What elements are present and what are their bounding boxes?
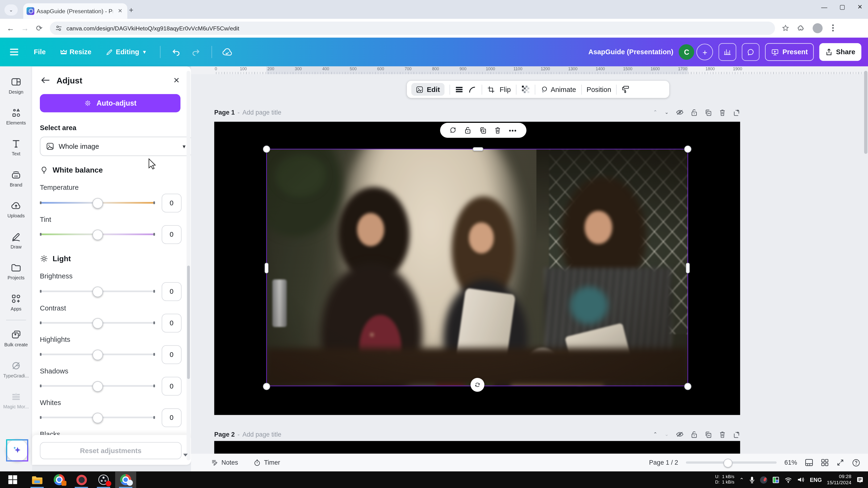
insights-button[interactable] [719, 43, 736, 61]
page2-add-page-icon[interactable] [733, 431, 740, 438]
document-title[interactable]: AsapGuide (Presentation) [588, 48, 673, 56]
shadows-value[interactable]: 0 [161, 377, 181, 396]
zoom-slider-handle[interactable] [723, 459, 733, 468]
page2-delete-icon[interactable] [719, 431, 726, 438]
transparency-icon[interactable] [521, 85, 530, 93]
grid-view-icon[interactable] [805, 459, 813, 466]
shadows-slider-handle[interactable] [92, 381, 103, 392]
brightness-value[interactable]: 0 [161, 282, 181, 301]
page2-move-up-icon[interactable]: ⌃ [653, 432, 657, 437]
tray-color-app-icon[interactable] [772, 476, 780, 484]
start-button[interactable] [2, 471, 23, 488]
panel-back-button[interactable] [41, 76, 50, 84]
selection-handle-top[interactable] [473, 147, 483, 151]
crop-icon[interactable] [487, 86, 495, 93]
more-options-icon[interactable]: ••• [509, 127, 517, 134]
tint-slider-handle[interactable] [92, 230, 103, 240]
corner-rounding-icon[interactable] [468, 86, 476, 93]
back-button[interactable]: ← [3, 24, 18, 33]
panel-close-button[interactable]: ✕ [173, 76, 180, 85]
select-area-dropdown[interactable]: Whole image ▼ [40, 137, 193, 156]
notification-center-icon[interactable] [857, 476, 864, 484]
microphone-icon[interactable] [749, 476, 755, 484]
home-menu-icon[interactable] [10, 49, 18, 55]
shadows-slider[interactable] [40, 385, 155, 387]
whites-value[interactable]: 0 [161, 408, 181, 427]
selection-handle-bottom-right[interactable] [684, 383, 691, 390]
sidebar-item-uploads[interactable]: Uploads [0, 194, 32, 224]
temperature-value[interactable]: 0 [161, 194, 181, 213]
page2-title-input[interactable]: Add page title [243, 431, 281, 437]
extensions-icon[interactable] [797, 24, 805, 32]
user-avatar[interactable]: C [679, 44, 694, 60]
sidebar-item-magic-morph[interactable]: Magic Mor... [0, 385, 32, 415]
page1-move-down-icon[interactable]: ⌄ [664, 110, 669, 115]
new-tab-button[interactable]: + [126, 5, 136, 15]
contrast-value[interactable]: 0 [161, 314, 181, 333]
rotate-handle[interactable] [470, 378, 485, 392]
page1-title-input[interactable]: Add page title [243, 109, 281, 116]
sidebar-item-brand[interactable]: co Brand [0, 163, 32, 194]
browser-tab[interactable]: AsapGuide (Presentation) - Pre ✕ [23, 3, 127, 19]
invite-members-button[interactable]: + [696, 44, 713, 60]
brightness-slider-handle[interactable] [92, 287, 103, 297]
fullscreen-icon[interactable] [836, 459, 844, 466]
page2-lock-icon[interactable] [691, 431, 698, 438]
lock-icon[interactable] [465, 127, 471, 134]
page1-lock-icon[interactable] [691, 109, 698, 116]
browser-menu-icon[interactable]: ••• [830, 24, 837, 32]
browser-profile-avatar[interactable] [813, 23, 823, 33]
notes-button[interactable]: Notes [211, 459, 238, 466]
contrast-slider-handle[interactable] [92, 318, 103, 329]
highlights-slider[interactable] [40, 354, 155, 355]
page1-add-page-icon[interactable] [733, 109, 740, 116]
zoom-slider[interactable] [686, 461, 777, 463]
tint-value[interactable]: 0 [161, 225, 181, 244]
sidebar-item-typegradient[interactable]: TypeGradi... [0, 354, 32, 385]
tab-close-icon[interactable]: ✕ [116, 7, 124, 15]
page2-move-down-icon[interactable]: ⌄ [664, 432, 669, 437]
selection-handle-right[interactable] [686, 263, 690, 273]
canva-assistant-button[interactable] [6, 439, 28, 461]
comments-button[interactable] [742, 43, 760, 61]
tray-expand-icon[interactable]: ⌃ [739, 477, 744, 483]
copy-style-roller-icon[interactable] [622, 85, 630, 93]
page1-canvas[interactable]: ••• [214, 122, 740, 415]
window-close-button[interactable]: ✕ [857, 3, 863, 10]
file-menu-button[interactable]: File [34, 48, 46, 56]
comment-add-icon[interactable] [450, 127, 457, 134]
highlights-slider-handle[interactable] [92, 350, 103, 360]
reset-adjustments-button[interactable]: Reset adjustments [40, 442, 182, 459]
page1-hide-icon[interactable] [676, 109, 684, 116]
page2-duplicate-icon[interactable] [705, 431, 712, 438]
highlights-value[interactable]: 0 [161, 345, 181, 364]
duplicate-icon[interactable] [479, 127, 487, 134]
present-button[interactable]: Present [765, 43, 814, 61]
sidebar-item-bulk-create[interactable]: Bulk create [0, 323, 32, 353]
sidebar-item-projects[interactable]: Projects [0, 256, 32, 286]
temperature-slider-handle[interactable] [92, 198, 103, 209]
filters-icon[interactable] [455, 86, 463, 93]
sidebar-item-elements[interactable]: Elements [0, 101, 32, 132]
sidebar-item-apps[interactable]: Apps [0, 287, 32, 318]
window-maximize-button[interactable]: ▢ [839, 3, 845, 10]
animate-button[interactable]: Animate [540, 86, 576, 93]
canvas-scrollbar[interactable] [864, 69, 868, 450]
clock[interactable]: 09:28 15/11/2024 [827, 474, 851, 486]
selection-handle-bottom-left[interactable] [263, 383, 270, 390]
brightness-slider[interactable] [40, 290, 155, 292]
panel-scroll-down-arrow[interactable] [183, 454, 188, 456]
undo-button[interactable] [172, 47, 181, 57]
page1-delete-icon[interactable] [719, 109, 726, 116]
sidebar-item-text[interactable]: Text [0, 132, 32, 163]
omnibox[interactable]: canva.com/design/DAGVkiHetoQ/xg918aqyEr0… [50, 22, 775, 35]
language-indicator[interactable]: ENG [810, 477, 822, 483]
edit-image-button[interactable]: Edit [411, 83, 444, 96]
tray-app-icon[interactable] [760, 476, 767, 484]
contrast-slider[interactable] [40, 322, 155, 324]
whites-slider[interactable] [40, 417, 155, 418]
volume-icon[interactable] [797, 477, 805, 483]
selection-handle-left[interactable] [265, 263, 269, 273]
site-settings-icon[interactable] [55, 25, 62, 32]
whites-slider-handle[interactable] [92, 413, 103, 423]
